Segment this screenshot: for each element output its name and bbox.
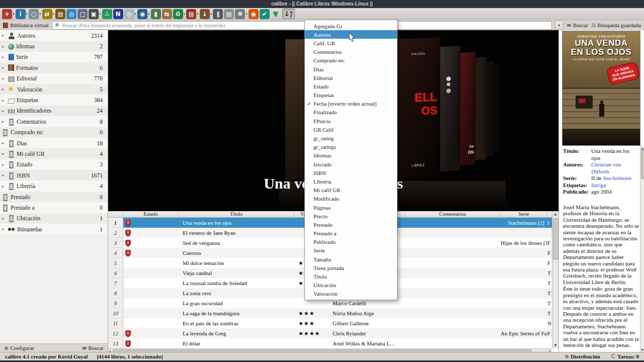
- preferences-button[interactable]: ☸ ▾: [235, 9, 248, 19]
- sort-menu-item[interactable]: ✔ Comprado en:: [305, 56, 397, 65]
- sort-menu-item[interactable]: ✔ GR Calif: [305, 125, 397, 134]
- expander-icon[interactable]: ▸: [2, 173, 6, 177]
- sidebar-item[interactable]: ▸ Estado 3: [0, 159, 108, 170]
- sidebar-item[interactable]: ▸ Prestado a 0: [0, 202, 108, 213]
- dropdown-arrow-icon[interactable]: ▾: [39, 12, 41, 16]
- sort-menu-item[interactable]: ✔ Precio: [305, 212, 397, 220]
- sort-menu-item[interactable]: ✔ Publicado: [305, 238, 397, 246]
- sidebar-item[interactable]: ▸ Búsquedas 1: [0, 224, 108, 234]
- sidebar-item[interactable]: ▸ Librería 4: [0, 180, 108, 191]
- sort-menu-item[interactable]: ✔ Agregado Gr: [305, 22, 397, 30]
- sort-menu-item[interactable]: ✔ Título: [305, 272, 397, 281]
- sidebar-item[interactable]: ▸ Etiquetas 384: [0, 95, 108, 105]
- annotations-button[interactable]: ◎ ▾: [124, 9, 137, 19]
- sidebar-item[interactable]: ▸ Mi calif GR 4: [0, 148, 108, 159]
- sort-menu-item[interactable]: ✔ Idiomas: [305, 151, 397, 160]
- saved-search-button[interactable]: ⊟ Búsqueda guardada: [591, 22, 641, 29]
- scrollbar-thumb[interactable]: [553, 218, 558, 259]
- virtual-library-button[interactable]: Biblioteca virtual: [3, 22, 49, 28]
- sidebar-item[interactable]: ▸ Idiomas 2: [0, 41, 108, 51]
- sidebar-item[interactable]: ▸ Valoración 5: [0, 84, 108, 95]
- sort-menu-item[interactable]: ✔ Tiene portada: [305, 263, 397, 272]
- cover-image[interactable]: [440, 46, 460, 171]
- sort-menu-item[interactable]: ✔ ISBN: [305, 168, 397, 177]
- recycle-button[interactable]: ♻ ▾: [173, 9, 186, 19]
- sort-menu-item[interactable]: ✔ Etiquetas: [305, 91, 397, 100]
- expander-icon[interactable]: ▸: [2, 76, 6, 81]
- sort-menu-item[interactable]: ✔ Iniciado: [305, 160, 397, 168]
- dropdown-arrow-icon[interactable]: ▾: [13, 12, 15, 16]
- sidebar-item[interactable]: ▸ Días 18: [0, 138, 108, 148]
- sort-menu-item[interactable]: ✔ Modificado: [305, 195, 397, 203]
- scroll-up-icon[interactable]: ▲: [640, 146, 644, 150]
- column-header-comentarios[interactable]: Comentarios: [405, 211, 501, 217]
- sort-menu-item[interactable]: ✔ Mi calif GR: [305, 186, 397, 195]
- expander-icon[interactable]: ▸: [2, 162, 6, 167]
- dropdown-arrow-icon[interactable]: ▾: [197, 12, 199, 16]
- expander-icon[interactable]: ▸: [2, 65, 6, 70]
- restart-button[interactable]: ◉ ▾: [249, 9, 259, 19]
- browse-web-button[interactable]: ◉ ▾: [137, 9, 150, 19]
- distribution-button[interactable]: ☸Distribución: [565, 353, 600, 359]
- sidebar-item[interactable]: ▸ Editorial 770: [0, 73, 108, 84]
- expander-icon[interactable]: ▸: [2, 44, 6, 49]
- search-history-dropdown-button[interactable]: ▾: [555, 21, 564, 30]
- expander-icon[interactable]: ▸: [2, 87, 6, 92]
- scroll-up-icon[interactable]: ▲: [552, 212, 558, 216]
- sort-menu-item[interactable]: ✔ Comentarios: [305, 48, 397, 56]
- find-in-tag-browser-button[interactable]: ∞ Buscar: [82, 345, 104, 351]
- view-book-button[interactable]: ◎ ▾: [66, 9, 76, 19]
- cover-image[interactable]: [494, 64, 500, 152]
- expander-icon[interactable]: ▸: [2, 98, 6, 103]
- sidebar-item[interactable]: ▸ Serie 797: [0, 52, 108, 62]
- table-row[interactable]: 12 La leyenda de Greg ★★★★ Chris Rylande…: [108, 328, 552, 338]
- configure-button[interactable]: ☸Configurar: [4, 345, 34, 351]
- sidebar-item[interactable]: ▸ ISBN 1671: [0, 170, 108, 180]
- table-row[interactable]: 13 El dólar Ariel Wilkis & Mariana L...: [108, 338, 552, 348]
- expander-icon[interactable]: ▸: [2, 141, 6, 145]
- sort-menu-item[interactable]: ✔ Valoración: [305, 290, 397, 298]
- expander-icon[interactable]: ▸: [2, 55, 6, 59]
- sort-by-button[interactable]: ↓ A Z: [282, 9, 295, 19]
- barcode-button[interactable]: ∥ ▾: [213, 9, 223, 19]
- sort-menu-item[interactable]: ✔ Prestado: [305, 220, 397, 229]
- sidebar-item[interactable]: ▸ Ubicación 1: [0, 213, 108, 224]
- sort-menu-item[interactable]: ✔ Fecha [invertir orden actual]: [305, 100, 397, 108]
- sidebar-item[interactable]: ▸ Comentarios 8: [0, 116, 108, 127]
- expander-icon[interactable]: ▸: [2, 33, 6, 38]
- sidebar-item[interactable]: ▸ Formatos 6: [0, 62, 108, 73]
- convert-books-button[interactable]: ⇄ ▾: [42, 9, 55, 19]
- book-cover-image[interactable]: CHRISTIAN VON DITFURTH UNA VENDAEN LOS O…: [562, 31, 640, 146]
- sort-menu-item[interactable]: ✔ Páginas: [305, 203, 397, 212]
- expander-icon[interactable]: ▸: [2, 119, 6, 124]
- expander-icon[interactable]: ▸: [2, 151, 6, 156]
- remove-books-button[interactable]: ▤ ▾: [186, 9, 199, 19]
- sort-menu-item[interactable]: ✔ Estado: [305, 82, 397, 90]
- sort-menu-item[interactable]: ✔ FPrecio: [305, 117, 397, 125]
- dropdown-arrow-icon[interactable]: ▾: [210, 12, 212, 16]
- dropdown-arrow-icon[interactable]: ▾: [99, 12, 101, 16]
- dropdown-arrow-icon[interactable]: ▾: [135, 12, 137, 16]
- table-row[interactable]: 11 En el país de las sombras ★★★ Gilbert…: [108, 318, 552, 328]
- cover-image[interactable]: [486, 61, 494, 156]
- sort-menu-item[interactable]: ✔ Librería: [305, 177, 397, 186]
- details-scrollbar[interactable]: ▲ ▼: [640, 146, 644, 352]
- cover-image[interactable]: [475, 57, 486, 160]
- column-header-serie[interactable]: Serie: [501, 211, 547, 217]
- jobs-button[interactable]: Tareas: 0: [611, 353, 639, 359]
- sort-menu-item[interactable]: ✔ Serie: [305, 246, 397, 255]
- column-header-partial[interactable]: [547, 211, 552, 217]
- sidebar-item[interactable]: ▸ Autores 2314: [0, 30, 108, 41]
- bookmark-button[interactable]: ▮ ▾: [151, 9, 161, 19]
- search-books-button[interactable]: ○ ▾: [29, 9, 41, 19]
- connect-share-button[interactable]: ∴ ▾: [102, 9, 112, 19]
- dropdown-arrow-icon[interactable]: ▾: [148, 12, 150, 16]
- save-to-disk-button[interactable]: ↓ ▾: [200, 9, 212, 19]
- sidebar-item[interactable]: ▸ Comprado en: 0: [0, 127, 108, 138]
- search-button[interactable]: ∞ Buscar: [567, 22, 589, 28]
- sidebar-item[interactable]: ▸ Identificadores 24: [0, 106, 108, 116]
- sort-menu-item[interactable]: ✔ Editorial: [305, 73, 397, 82]
- db-check-button[interactable]: ✔ ▾: [260, 9, 270, 19]
- edit-metadata-button[interactable]: i ▾: [16, 9, 28, 19]
- sort-menu-item[interactable]: ✔ Prestado a: [305, 229, 397, 238]
